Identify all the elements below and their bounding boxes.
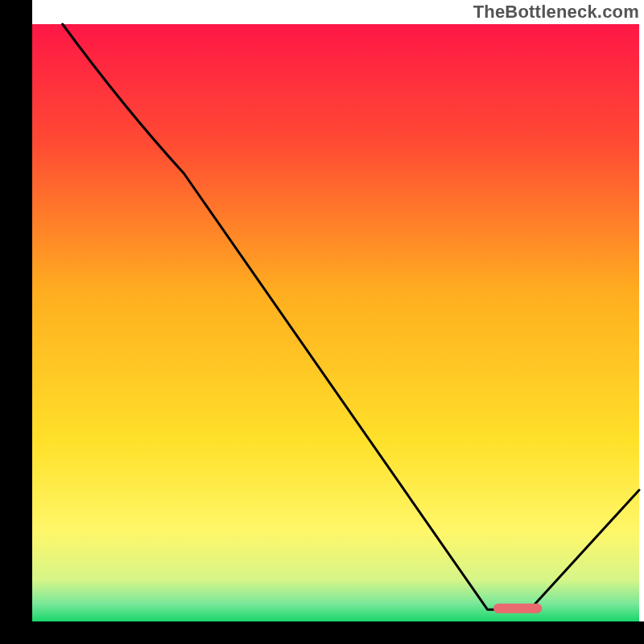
bottleneck-chart — [0, 0, 644, 644]
optimal-range-marker — [493, 604, 542, 613]
plot-background — [32, 24, 639, 621]
watermark-text: TheBottleneck.com — [473, 2, 639, 23]
chart-frame: TheBottleneck.com — [0, 0, 644, 644]
